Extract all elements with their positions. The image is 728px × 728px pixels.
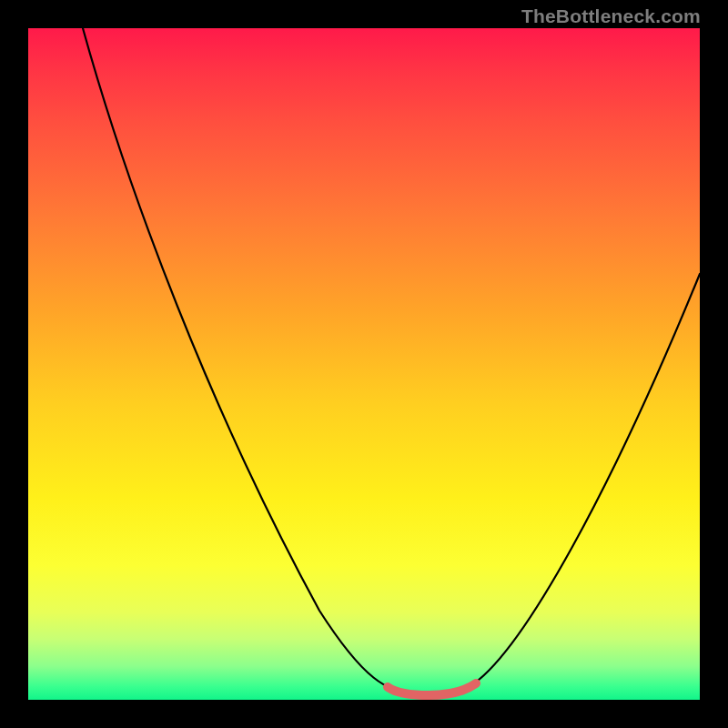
- watermark-text: TheBottleneck.com: [521, 5, 701, 27]
- curve-path: [83, 28, 700, 693]
- curve-highlight: [388, 683, 476, 695]
- chart-frame: TheBottleneck.com: [0, 0, 728, 728]
- bottleneck-curve: [28, 28, 700, 700]
